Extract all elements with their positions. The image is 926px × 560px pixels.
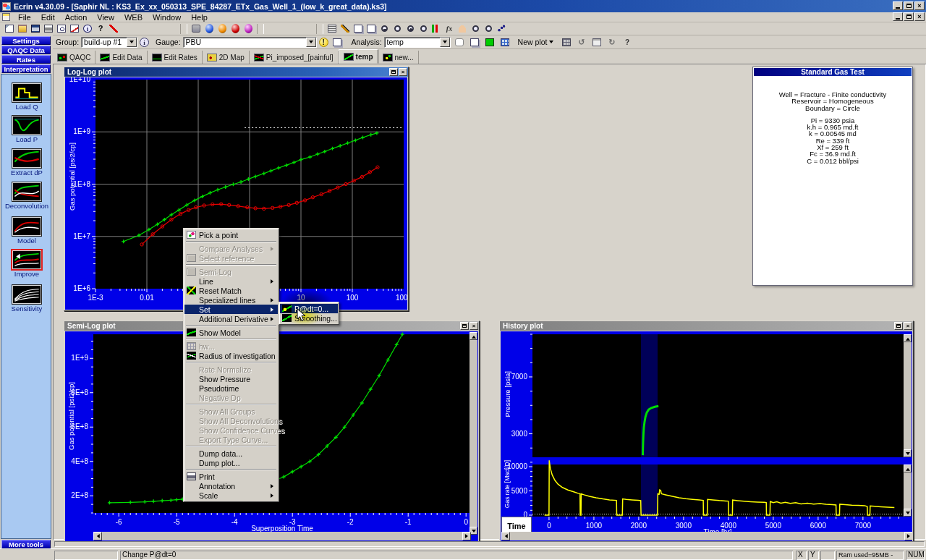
mdi-minimize-button[interactable] [893,12,903,21]
sidebar-button-interpretation[interactable]: Interpretation [1,64,51,73]
menu-item-reset-match[interactable]: Reset Match [184,286,278,295]
paste-button[interactable] [590,36,603,48]
menu-item-set[interactable]: Set [184,305,278,314]
app-title-bar[interactable]: Ecrin v4.30.09 - [Saphir NL : KS3_Ex_xx_… [0,0,926,12]
gauge-combo-dropdown[interactable] [306,38,316,47]
menu-action[interactable]: Action [60,13,93,22]
history-restore-button[interactable] [894,322,903,330]
gauge-warning-icon[interactable]: ! [319,38,328,47]
save-button[interactable] [30,23,42,35]
semilog-restore-button[interactable] [460,322,469,330]
list-button[interactable] [326,23,339,35]
tool-deconvolution[interactable]: Deconvolution [1,182,52,210]
print-preview-button[interactable] [56,23,68,35]
scroll-down-icon[interactable] [904,509,912,517]
comment-button[interactable] [453,36,465,48]
annotate-red-button[interactable] [108,23,120,35]
loglog-restore-button[interactable] [389,68,398,76]
grid-view-button[interactable] [498,36,511,48]
new-document-button[interactable] [4,23,16,35]
semilog-vertical-scrollbar[interactable] [470,332,477,535]
history-title-bar[interactable]: History plot × [500,321,913,331]
screen-button[interactable] [483,36,496,48]
close-button[interactable]: × [914,1,925,10]
tool-sensitivity[interactable]: Sensitivity [1,285,52,313]
copy-analysis-button[interactable] [468,36,480,48]
zoom-out-button[interactable] [378,23,391,35]
analysis-combo[interactable]: temp [384,37,451,48]
report-button[interactable] [69,23,81,35]
sidebar-button-more-tools[interactable]: More tools [1,540,51,548]
group-combo-dropdown[interactable] [127,38,137,47]
menu-item-additional-derivative[interactable]: Additional Derivative [184,314,278,323]
scroll-right-icon[interactable] [462,532,471,540]
marker-red-button[interactable] [229,23,242,35]
loglog-title-bar[interactable]: Log-Log plot × [64,67,408,77]
sidebar-button-rates[interactable]: Rates [1,55,51,64]
document-icon[interactable] [2,13,10,21]
tool-load-q[interactable]: Load Q [1,83,52,111]
help-button[interactable]: ? [95,23,107,35]
semilog-close-button[interactable]: × [470,322,478,330]
submenu-item-pdt0[interactable]: P@dt=0... [280,304,338,313]
menu-web[interactable]: WEB [119,13,148,22]
scatter-points-button[interactable] [496,23,508,35]
undo-button[interactable]: ↺ [575,36,587,48]
menu-item-pick-a-point[interactable]: Pick a point [184,230,278,239]
open-folder-button[interactable] [17,23,29,35]
restore-button[interactable] [904,1,914,10]
hand-button[interactable] [456,23,469,35]
new-plot-dropdown-icon[interactable] [549,41,553,46]
scroll-down-icon[interactable] [904,449,912,457]
match-lines-button[interactable] [430,23,443,35]
camera-button[interactable] [190,23,203,35]
menu-edit[interactable]: Edit [36,13,60,22]
tab-pi-imposed[interactable]: Pi_imposed_[painful] [250,51,339,64]
tool-extract-dp[interactable]: Extract dP [1,149,52,177]
zoom-y-button[interactable] [483,23,495,35]
menu-item-pseudotime[interactable]: Pseudotime [184,383,278,393]
mdi-close-button[interactable]: × [914,12,925,21]
tab-temp[interactable]: temp [339,49,378,64]
semilog-horizontal-scrollbar[interactable] [93,532,471,540]
scroll-up-icon[interactable] [904,464,912,472]
sidebar-button-qaqc-data[interactable]: QAQC Data [1,46,51,54]
tool-model[interactable]: Model [1,217,52,245]
zoom-x-button[interactable] [470,23,482,35]
tool-load-p[interactable]: Load P [1,116,52,143]
menu-item-print[interactable]: Print [184,472,278,481]
function-button[interactable]: fx [443,23,456,35]
scroll-left-icon[interactable] [93,532,102,540]
marker-magenta-button[interactable] [242,23,255,35]
group-combo[interactable]: build-up #1 [81,37,137,48]
menu-file[interactable]: File [13,13,36,22]
menu-item-specialized-lines[interactable]: Specialized lines [184,295,278,305]
menu-item-show-model[interactable]: Show Model [184,328,278,337]
print-button[interactable] [43,23,55,35]
scroll-right-icon[interactable] [904,532,912,540]
menu-view[interactable]: View [92,13,119,22]
group-info-icon[interactable]: i [140,38,149,47]
copy-gauge-button[interactable] [331,36,343,48]
loglog-close-button[interactable]: × [399,68,407,76]
tab-edit-data[interactable]: Edit Data [95,51,147,64]
minimize-button[interactable] [893,1,903,10]
menu-item-line[interactable]: Line [184,276,278,286]
tab-2d-map[interactable]: 2D Map [203,51,250,64]
scroll-up-icon[interactable] [470,332,477,340]
zoom-annotate-button[interactable] [391,23,404,35]
tab-edit-rates[interactable]: Edit Rates [148,51,203,64]
menu-item-show-pressure[interactable]: Show Pressure [184,374,278,383]
plot-grid-button[interactable] [560,36,572,48]
menu-item-dump-plot[interactable]: Dump plot... [184,458,278,467]
menu-item-scale[interactable]: Scale [184,491,278,500]
gauge-combo[interactable]: PBU [183,37,317,48]
info-button[interactable]: i [82,23,94,35]
scroll-left-icon[interactable] [501,532,510,540]
mdi-restore-button[interactable] [904,12,914,21]
zoom-in-button[interactable] [404,23,417,35]
menu-item-radius-of-investigation[interactable]: Radius of investigation [184,351,278,360]
menu-window[interactable]: Window [148,13,186,22]
pencil-button[interactable] [339,23,352,35]
sidebar-button-settings[interactable]: Settings [1,36,51,45]
